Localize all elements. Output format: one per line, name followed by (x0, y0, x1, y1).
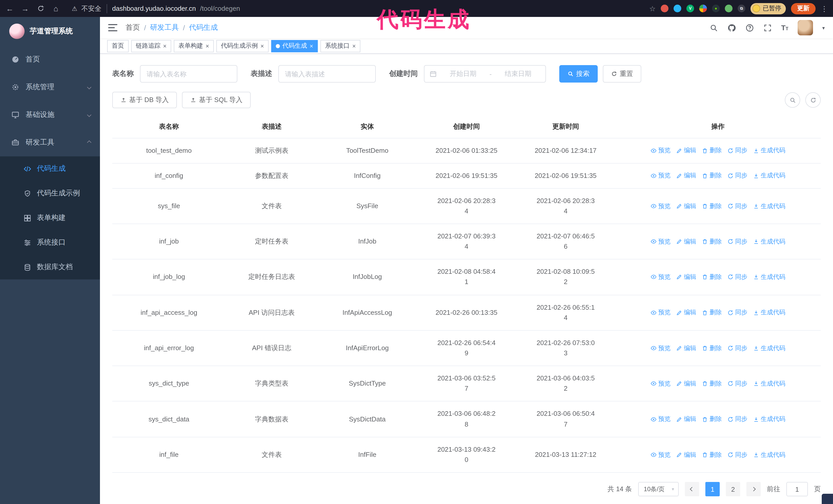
edit-link[interactable]: 编辑 (676, 414, 696, 424)
sync-link[interactable]: 同步 (728, 308, 747, 317)
search-icon[interactable] (710, 23, 718, 32)
extensions-puzzle-icon[interactable]: ⧉ (738, 5, 745, 12)
table-name-input[interactable] (140, 65, 237, 82)
preview-link[interactable]: 预览 (650, 237, 670, 246)
back-icon[interactable]: ← (5, 4, 14, 13)
delete-link[interactable]: 删除 (702, 450, 722, 459)
sync-link[interactable]: 同步 (728, 450, 747, 459)
sync-link[interactable]: 同步 (728, 414, 747, 424)
user-avatar[interactable] (798, 20, 813, 35)
preview-link[interactable]: 预览 (650, 171, 670, 181)
avatar-caret-icon[interactable]: ▾ (822, 25, 825, 30)
preview-link[interactable]: 预览 (650, 343, 670, 353)
tab-close-icon[interactable]: × (206, 43, 209, 49)
reset-button[interactable]: 重置 (603, 65, 641, 82)
sidebar-item-devtools[interactable]: 研发工具 (0, 129, 100, 157)
generate-code-link[interactable]: 生成代码 (753, 171, 785, 181)
reload-icon[interactable] (36, 5, 45, 12)
sidebar-item-codegen[interactable]: 代码生成 (0, 157, 100, 181)
edit-link[interactable]: 编辑 (676, 308, 696, 317)
sidebar-toggle-icon[interactable] (108, 24, 117, 31)
generate-code-link[interactable]: 生成代码 (753, 343, 785, 353)
extension-icon[interactable] (661, 5, 668, 12)
edit-link[interactable]: 编辑 (676, 237, 696, 246)
sidebar-item-codegen-example[interactable]: 代码生成示例 (0, 181, 100, 206)
tab[interactable]: 代码生成示例 × (216, 40, 269, 52)
github-icon[interactable] (728, 23, 736, 32)
edit-link[interactable]: 编辑 (676, 343, 696, 353)
delete-link[interactable]: 删除 (702, 308, 722, 317)
generate-code-link[interactable]: 生成代码 (753, 379, 785, 388)
sync-link[interactable]: 同步 (728, 237, 747, 246)
sync-link[interactable]: 同步 (728, 171, 747, 181)
sidebar-item-db-doc[interactable]: 数据库文档 (0, 255, 100, 280)
delete-link[interactable]: 删除 (702, 272, 722, 282)
preview-link[interactable]: 预览 (650, 450, 670, 459)
edit-link[interactable]: 编辑 (676, 201, 696, 211)
delete-link[interactable]: 删除 (702, 237, 722, 246)
delete-link[interactable]: 删除 (702, 379, 722, 388)
edit-link[interactable]: 编辑 (676, 379, 696, 388)
address-bar[interactable]: ⚠ 不安全 dashboard.yudao.iocoder.cn/tool/co… (67, 4, 643, 13)
prev-page-button[interactable] (685, 482, 699, 496)
generate-code-link[interactable]: 生成代码 (753, 146, 785, 155)
extension-icon[interactable] (725, 5, 733, 12)
forward-icon[interactable]: → (21, 4, 30, 13)
tab-close-icon[interactable]: × (163, 43, 167, 49)
page-button-2[interactable]: 2 (726, 482, 740, 496)
breadcrumb-devtools[interactable]: 研发工具 (150, 23, 179, 32)
preview-link[interactable]: 预览 (650, 414, 670, 424)
edit-link[interactable]: 编辑 (676, 146, 696, 155)
page-button-1[interactable]: 1 (705, 482, 720, 496)
home-icon[interactable]: ⌂ (51, 4, 61, 13)
profile-paused-badge[interactable]: 已暂停 (751, 3, 786, 14)
delete-link[interactable]: 删除 (702, 171, 722, 181)
table-desc-input[interactable] (278, 65, 376, 82)
app-logo[interactable]: 芋道管理系统 (0, 17, 100, 46)
extension-icon[interactable] (673, 5, 681, 12)
tab-close-icon[interactable]: × (260, 43, 264, 49)
help-icon[interactable] (745, 23, 754, 32)
tab-close-icon[interactable]: × (352, 43, 356, 49)
tab[interactable]: 系统接口 × (320, 40, 360, 52)
sidebar-item-home[interactable]: 首页 (0, 46, 100, 73)
extension-icon[interactable]: V (686, 5, 694, 12)
delete-link[interactable]: 删除 (702, 343, 722, 353)
sync-link[interactable]: 同步 (728, 146, 747, 155)
sync-link[interactable]: 同步 (728, 343, 747, 353)
refresh-icon[interactable] (805, 92, 821, 108)
sidebar-item-system[interactable]: 系统管理 (0, 73, 100, 101)
preview-link[interactable]: 预览 (650, 379, 670, 388)
page-size-select[interactable]: 10条/页 ▾ (638, 482, 679, 496)
sidebar-item-form-builder[interactable]: 表单构建 (0, 206, 100, 230)
delete-link[interactable]: 删除 (702, 146, 722, 155)
import-db-button[interactable]: 基于 DB 导入 (112, 92, 177, 108)
import-sql-button[interactable]: 基于 SQL 导入 (182, 92, 251, 108)
sync-link[interactable]: 同步 (728, 272, 747, 282)
generate-code-link[interactable]: 生成代码 (753, 201, 785, 211)
edit-link[interactable]: 编辑 (676, 450, 696, 459)
bookmark-star-icon[interactable]: ☆ (649, 4, 656, 13)
goto-page-input[interactable] (786, 482, 808, 496)
extension-icon[interactable] (699, 5, 707, 12)
preview-link[interactable]: 预览 (650, 146, 670, 155)
preview-link[interactable]: 预览 (650, 201, 670, 211)
delete-link[interactable]: 删除 (702, 201, 722, 211)
preview-link[interactable]: 预览 (650, 272, 670, 282)
tab-close-icon[interactable]: × (310, 43, 313, 49)
generate-code-link[interactable]: 生成代码 (753, 272, 785, 282)
sidebar-item-api[interactable]: 系统接口 (0, 230, 100, 255)
font-size-icon[interactable]: TT (781, 24, 788, 32)
floating-widget[interactable] (822, 494, 833, 504)
chrome-menu-icon[interactable]: ⋮ (821, 4, 828, 13)
tab[interactable]: 代码生成 × (271, 40, 318, 52)
generate-code-link[interactable]: 生成代码 (753, 237, 785, 246)
breadcrumb-home[interactable]: 首页 (125, 23, 140, 32)
chrome-update-button[interactable]: 更新 (791, 3, 815, 14)
generate-code-link[interactable]: 生成代码 (753, 450, 785, 459)
search-button[interactable]: 搜索 (559, 65, 598, 82)
tab[interactable]: 表单构建 × (174, 40, 214, 52)
sync-link[interactable]: 同步 (728, 379, 747, 388)
tab[interactable]: 首页 (107, 40, 129, 52)
toggle-search-icon[interactable] (785, 92, 800, 108)
